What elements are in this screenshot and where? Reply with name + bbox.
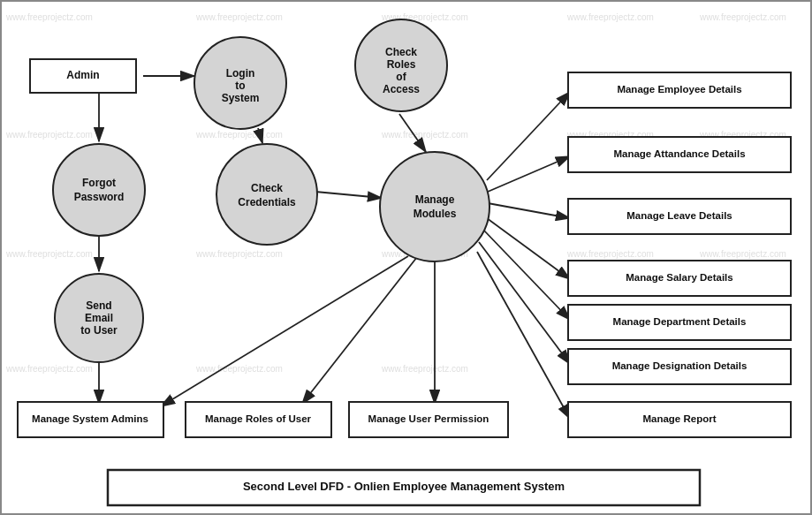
manage-sys-admins-label: Manage System Admins (32, 413, 148, 424)
diagram-title: Second Level DFD - Onlien Employee Manag… (243, 480, 565, 493)
svg-line-11 (487, 92, 570, 180)
check-roles-label-1: Check (385, 46, 417, 58)
check-creds-label-1: Check (251, 182, 283, 194)
manage-attendance-label: Manage Attandance Details (613, 148, 745, 159)
manage-employee-label: Manage Employee Details (617, 84, 741, 95)
diagram-svg: Admin Login to System Check Roles of Acc… (2, 2, 812, 515)
send-email-label-2: Email (85, 312, 113, 324)
svg-line-17 (477, 252, 570, 419)
forgot-label-2: Password (74, 191, 125, 203)
manage-dept-label: Manage Department Details (613, 316, 747, 327)
manage-roles-label: Manage Roles of User (205, 413, 312, 424)
manage-user-perm-label: Manage User Permission (368, 413, 489, 424)
svg-line-8 (161, 256, 408, 406)
svg-line-16 (479, 242, 570, 364)
admin-label: Admin (66, 69, 99, 81)
manage-leave-label: Manage Leave Details (626, 210, 732, 221)
send-email-label-3: to User (80, 324, 118, 337)
svg-line-7 (315, 192, 382, 198)
check-creds-label-2: Credentials (238, 196, 296, 208)
login-label-1: Login (226, 67, 255, 80)
send-email-label-1: Send (86, 299, 111, 312)
check-roles-label-2: Roles (387, 58, 416, 71)
manage-salary-label: Manage Salary Details (626, 272, 732, 283)
forgot-label-1: Forgot (82, 177, 116, 189)
svg-line-13 (488, 203, 570, 218)
login-label-3: System (222, 92, 260, 104)
check-roles-label-4: Access (383, 83, 420, 95)
check-roles-label-3: of (396, 71, 406, 83)
manage-modules-node (380, 152, 489, 261)
login-label-2: to (235, 80, 245, 92)
manage-report-label: Manage Report (642, 413, 716, 424)
manage-modules-label-2: Modules (414, 208, 457, 220)
svg-line-2 (258, 128, 262, 143)
manage-desig-label: Manage Designation Details (612, 360, 747, 371)
svg-line-3 (399, 114, 426, 152)
svg-line-12 (488, 156, 570, 192)
manage-modules-label-1: Manage (415, 193, 455, 206)
forgot-node (53, 144, 145, 236)
svg-line-9 (302, 257, 417, 404)
diagram-container: www.freeprojectz.com www.freeprojectz.co… (0, 0, 812, 515)
